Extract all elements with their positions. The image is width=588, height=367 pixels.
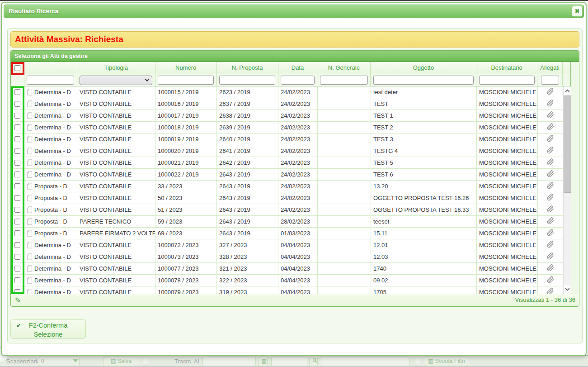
table-row[interactable]: Determina - D VISTO CONTABILE 1000077 / …: [11, 263, 571, 275]
row-checkbox[interactable]: [14, 230, 20, 236]
cell-data: 24/02/2023: [278, 110, 318, 121]
row-checkbox[interactable]: [14, 289, 20, 294]
column-header-allegati[interactable]: Allegati: [537, 62, 563, 74]
cell-generale: [318, 192, 371, 204]
row-checkbox[interactable]: [14, 172, 20, 177]
table-row[interactable]: Determina - D VISTO CONTABILE 1000019 / …: [11, 133, 571, 145]
row-checkbox[interactable]: [14, 277, 20, 283]
cell-generale: [318, 133, 371, 145]
paperclip-icon[interactable]: [547, 264, 554, 273]
row-checkbox[interactable]: [14, 183, 20, 189]
row-checkbox[interactable]: [14, 254, 20, 260]
paperclip-icon[interactable]: [547, 158, 554, 167]
cell-data: 24/02/2023: [278, 122, 318, 133]
table-row[interactable]: Proposta - D VISTO CONTABILE 51 / 2023 2…: [11, 204, 571, 216]
cell-proposta: 2643 / 2019: [217, 228, 278, 239]
cell-numero: 1000019 / 2019: [155, 133, 217, 145]
filter-oggetto-input[interactable]: [373, 76, 474, 85]
table-row[interactable]: Determina - D VISTO CONTABILE 1000079 / …: [11, 286, 571, 294]
scadenziario-select: 0: [39, 357, 80, 366]
row-checkbox[interactable]: [14, 101, 20, 107]
cell-data: 24/02/2023: [278, 157, 318, 168]
filter-tipologia-select[interactable]: [80, 76, 152, 85]
paperclip-icon[interactable]: [547, 182, 554, 191]
filter-generale-input[interactable]: [320, 76, 368, 85]
table-row[interactable]: Determina - D VISTO CONTABILE 1000078 / …: [11, 275, 571, 286]
column-header-tipologia[interactable]: Tipologia: [77, 62, 155, 74]
table-row[interactable]: Determina - D VISTO CONTABILE 1000072 / …: [11, 239, 571, 251]
filter-destinatario-input[interactable]: [479, 76, 535, 85]
scroll-up-icon[interactable]: [564, 86, 571, 95]
table-row[interactable]: Determina - D VISTO CONTABILE 1000073 / …: [11, 251, 571, 263]
column-header-data[interactable]: Data: [278, 62, 318, 74]
paperclip-icon[interactable]: [547, 88, 554, 96]
select-all-checkbox[interactable]: [14, 65, 20, 71]
row-checkbox[interactable]: [14, 266, 20, 272]
column-header-doc[interactable]: [24, 62, 77, 74]
document-type: Determina - D: [34, 253, 71, 260]
table-row[interactable]: Determina - D VISTO CONTABILE 1000015 / …: [11, 86, 571, 98]
paperclip-icon[interactable]: [547, 276, 554, 285]
table-row[interactable]: Proposta - D VISTO CONTABILE 50 / 2023 2…: [11, 192, 571, 204]
table-row[interactable]: Determina - D VISTO CONTABILE 1000018 / …: [11, 122, 571, 133]
close-icon[interactable]: ✖: [572, 6, 583, 17]
filter-numero-input[interactable]: [158, 76, 214, 85]
scroll-down-icon[interactable]: [564, 285, 571, 294]
paperclip-icon[interactable]: [547, 288, 554, 294]
row-checkbox[interactable]: [14, 160, 20, 166]
pencil-icon[interactable]: ✎: [15, 296, 21, 305]
scrollbar-thumb[interactable]: [564, 95, 571, 193]
column-header-generale[interactable]: N. Generale: [317, 62, 371, 74]
row-checkbox[interactable]: [14, 148, 20, 154]
table-row[interactable]: Determina - D VISTO CONTABILE 1000020 / …: [11, 145, 571, 157]
column-header-destinatario[interactable]: Destinatario: [476, 62, 537, 74]
pagination-status: Visualizzati 1 - 36 di 36: [515, 296, 575, 303]
filter-allegati-input[interactable]: [541, 76, 559, 85]
table-row[interactable]: Determina - D VISTO CONTABILE 1000016 / …: [11, 98, 571, 110]
row-checkbox[interactable]: [14, 124, 20, 130]
paperclip-icon[interactable]: [547, 229, 554, 238]
column-header-proposta[interactable]: N. Proposta: [217, 62, 278, 74]
column-header-numero[interactable]: Numero: [155, 62, 217, 74]
filter-doc-input[interactable]: [27, 76, 74, 85]
risultato-ricerca-dialog: Risultato Ricerca ✖ Attività Massiva: Ri…: [1, 2, 587, 356]
row-checkbox[interactable]: [14, 136, 20, 142]
paperclip-icon[interactable]: [547, 194, 554, 202]
paperclip-icon[interactable]: [547, 253, 554, 261]
row-checkbox[interactable]: [14, 242, 20, 248]
cell-destinatario: MOSCIONI MICHELE: [477, 169, 538, 180]
filter-proposta-input[interactable]: [219, 76, 275, 85]
table-row[interactable]: Proposta - D VISTO CONTABILE 33 / 2023 2…: [11, 181, 571, 192]
cell-tipologia: VISTO CONTABILE: [77, 133, 155, 145]
cell-proposta: 2623 / 2019: [217, 86, 278, 98]
row-checkbox[interactable]: [14, 219, 20, 224]
search-icon: [309, 357, 318, 366]
paperclip-icon[interactable]: [547, 205, 554, 214]
paperclip-icon[interactable]: [547, 123, 554, 132]
paperclip-icon[interactable]: [547, 100, 554, 108]
table-row[interactable]: Determina - D VISTO CONTABILE 1000021 / …: [11, 157, 571, 169]
cell-tipologia: VISTO CONTABILE: [77, 204, 155, 215]
conferma-selezione-button[interactable]: ✔ F2-Conferma Selezione: [10, 319, 86, 338]
row-checkbox[interactable]: [14, 113, 20, 119]
column-header-oggetto[interactable]: Oggetto: [371, 62, 476, 74]
paperclip-icon[interactable]: [547, 241, 554, 249]
paperclip-icon[interactable]: [547, 217, 554, 226]
paperclip-icon[interactable]: [547, 135, 554, 143]
paperclip-icon[interactable]: [547, 170, 554, 179]
cell-destinatario: MOSCIONI MICHELE: [477, 98, 538, 110]
svuota-filtri-button: ▥ Svuota Filtri: [425, 357, 468, 366]
filter-data-input[interactable]: [281, 76, 315, 85]
row-checkbox[interactable]: [14, 195, 20, 201]
cell-tipologia: VISTO CONTABILE: [77, 122, 155, 133]
paperclip-icon[interactable]: [547, 147, 554, 155]
row-checkbox[interactable]: [14, 89, 20, 95]
paperclip-icon[interactable]: [547, 111, 554, 120]
table-row[interactable]: Proposta - D PARERE TECNICO 59 / 2023 26…: [11, 216, 571, 228]
row-checkbox[interactable]: [14, 207, 20, 213]
table-row[interactable]: Determina - D VISTO CONTABILE 1000022 / …: [11, 169, 571, 181]
table-row[interactable]: Determina - D VISTO CONTABILE 1000017 / …: [11, 110, 571, 122]
vertical-scrollbar[interactable]: [563, 86, 571, 294]
cell-destinatario: MOSCIONI MICHELE: [477, 263, 538, 274]
table-row[interactable]: Proposta - D PARERE FIRMATO 2 VOLTE 69 /…: [11, 228, 571, 239]
